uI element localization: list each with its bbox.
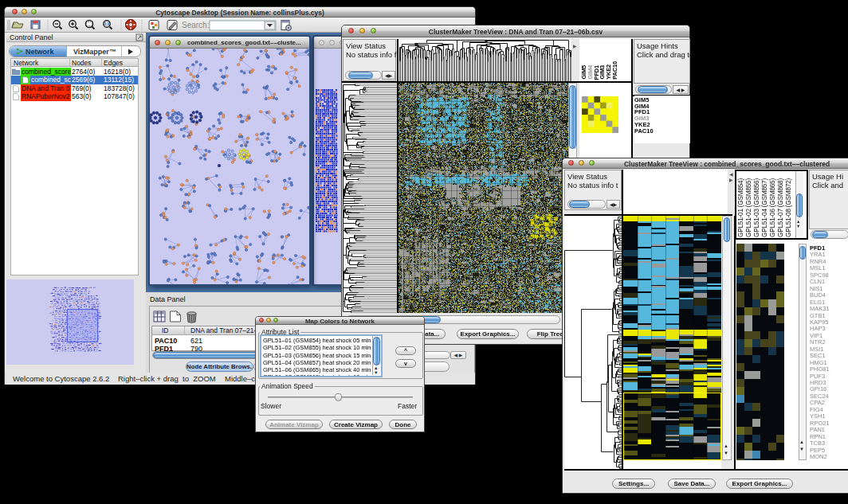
svg-text:Search:: Search: bbox=[182, 21, 209, 29]
svg-text:1:1: 1:1 bbox=[104, 22, 110, 26]
